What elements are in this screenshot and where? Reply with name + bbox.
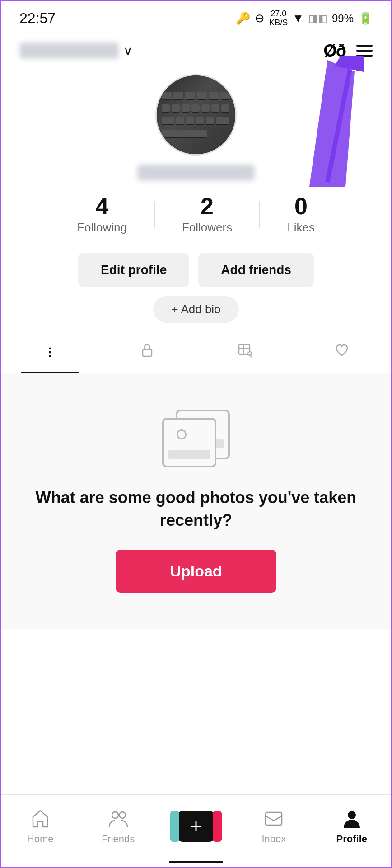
add-bio-button[interactable]: + Add bio (153, 296, 238, 323)
logo-icon: Øð (323, 41, 345, 61)
plus-icon: + (191, 816, 202, 837)
wifi-icon: ▼ (292, 11, 304, 25)
tab-lock[interactable] (99, 332, 196, 373)
profile-section: 4 Following 2 Followers 0 Likes Edit pro… (1, 70, 391, 373)
header: ∨ Øð (1, 32, 391, 70)
status-icons: 🔑 ⊖ 27.0KB/S ▼ ◨◧ 99% 🔋 (236, 9, 373, 28)
bottom-nav: Home Friends + Inbox Profile (1, 794, 391, 867)
username-area[interactable]: ∨ (19, 42, 133, 59)
heart-icon (334, 343, 350, 362)
nav-profile-label: Profile (336, 833, 367, 845)
home-indicator (169, 861, 223, 863)
status-bar: 22:57 🔑 ⊖ 27.0KB/S ▼ ◨◧ 99% 🔋 (1, 1, 391, 32)
tab-grid[interactable]: ⫶ (1, 332, 99, 373)
header-icons: Øð (323, 41, 373, 61)
empty-state-icon (162, 410, 230, 473)
likes-count: 0 (294, 194, 308, 218)
battery-text: 99% (332, 12, 354, 25)
block-icon: ⊖ (255, 11, 265, 25)
profile-icon (341, 808, 363, 830)
nav-profile[interactable]: Profile (313, 808, 391, 845)
stats-row: 4 Following 2 Followers 0 Likes (1, 194, 391, 235)
avatar-keyboard-image (157, 75, 235, 154)
nav-inbox[interactable]: Inbox (235, 808, 313, 845)
following-stat[interactable]: 4 Following (50, 194, 154, 235)
home-icon (29, 808, 51, 830)
nav-create[interactable]: + (157, 811, 235, 842)
nav-home[interactable]: Home (1, 808, 79, 845)
create-button[interactable]: + (176, 811, 216, 842)
status-time: 22:57 (19, 10, 56, 27)
upload-button[interactable]: Upload (116, 550, 276, 593)
add-friends-button[interactable]: Add friends (198, 253, 314, 287)
grid-icon: ⫶ (46, 343, 54, 361)
followers-label: Followers (182, 221, 232, 235)
content-tabs: ⫶ (1, 332, 391, 373)
menu-button[interactable] (356, 45, 373, 57)
action-buttons: Edit profile Add friends (78, 253, 314, 287)
key-icon: 🔑 (236, 11, 250, 25)
avatar (155, 74, 237, 156)
followers-stat[interactable]: 2 Followers (155, 194, 259, 235)
followers-count: 2 (201, 194, 214, 218)
likes-label: Likes (287, 221, 315, 235)
svg-rect-3 (143, 349, 152, 356)
speed-text: 27.0KB/S (269, 9, 288, 28)
svg-rect-11 (266, 812, 282, 825)
tag-icon (237, 343, 252, 362)
friends-icon (107, 808, 129, 830)
lock-icon (140, 343, 155, 362)
svg-point-12 (348, 811, 356, 819)
edit-profile-button[interactable]: Edit profile (78, 253, 189, 287)
profile-username-blur (137, 165, 255, 181)
battery-icon: 🔋 (358, 11, 373, 25)
inbox-icon (263, 808, 285, 830)
content-area: What are some good photos you've taken r… (1, 373, 391, 629)
tab-tag[interactable] (196, 332, 294, 373)
empty-state-title: What are some good photos you've taken r… (19, 486, 373, 532)
nav-friends[interactable]: Friends (79, 808, 157, 845)
svg-point-9 (112, 812, 118, 818)
svg-point-10 (119, 812, 126, 818)
tab-heart[interactable] (294, 332, 391, 373)
username-blur (19, 42, 119, 59)
nav-home-label: Home (27, 833, 54, 845)
signal-icon: ◨◧ (308, 13, 327, 24)
likes-stat[interactable]: 0 Likes (260, 194, 342, 235)
nav-friends-label: Friends (102, 833, 135, 845)
chevron-down-icon[interactable]: ∨ (123, 43, 133, 58)
following-label: Following (77, 221, 127, 235)
nav-inbox-label: Inbox (262, 833, 286, 845)
following-count: 4 (96, 194, 109, 218)
